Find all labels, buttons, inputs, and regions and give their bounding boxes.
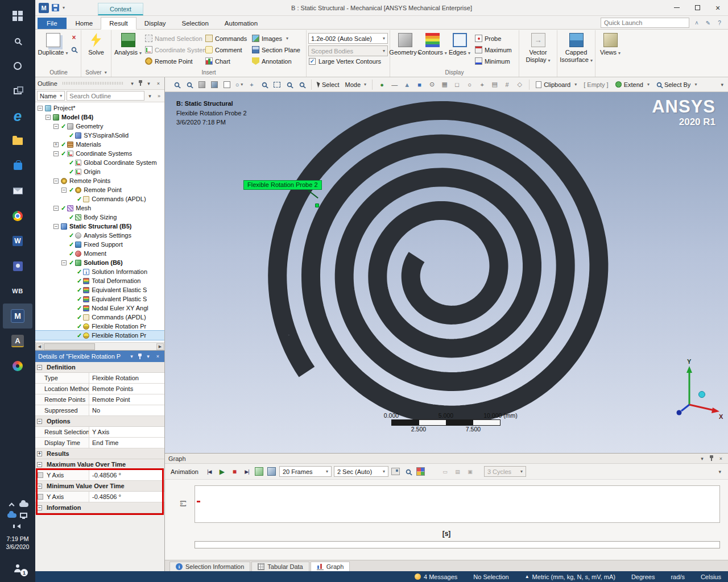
tree-item[interactable]: ✓Moment xyxy=(35,249,164,258)
scroll-left-arrow[interactable]: ◀ xyxy=(36,343,43,350)
contour-grid-icon[interactable] xyxy=(416,467,425,476)
filter-overflow-chevron[interactable]: » xyxy=(155,93,163,99)
edges-button[interactable]: Edges▾ xyxy=(446,31,473,65)
tree-item[interactable]: ✓Analysis Settings xyxy=(35,231,164,240)
help-icon[interactable]: ? xyxy=(715,20,723,26)
taskbar-app-word[interactable]: W xyxy=(3,228,32,253)
tree-item[interactable]: ✓Solution Information xyxy=(35,267,164,276)
extend-dropdown[interactable]: Extend▾ xyxy=(613,81,652,88)
show-grid-icon[interactable]: # xyxy=(501,79,513,90)
insert-commands-button[interactable]: Commands xyxy=(204,33,250,44)
solve-button[interactable]: Solve xyxy=(83,31,109,65)
tree-item[interactable]: −✓Geometry xyxy=(35,122,164,131)
tree-item[interactable]: ✓Fixed Support xyxy=(35,240,164,249)
graph-toolbar-chevron[interactable]: ▾ xyxy=(718,469,722,475)
probe-annotation-label[interactable]: Flexible Rotation Probe 2 xyxy=(243,180,322,190)
clipboard-dropdown[interactable]: Clipboard▾ xyxy=(533,81,580,88)
insert-section-plane-button[interactable]: Section Plane xyxy=(251,44,304,55)
taskbar-app-ansys-launcher[interactable]: A xyxy=(3,329,32,354)
taskbar-app-edge[interactable]: e xyxy=(3,103,32,128)
taskbar-app-start[interactable] xyxy=(3,3,32,28)
cycles-combo[interactable]: 3 Cycles▾ xyxy=(484,466,526,477)
zoom-to-fit-icon[interactable] xyxy=(271,79,283,90)
zoom-out-tool-icon[interactable] xyxy=(183,79,195,90)
delete-button[interactable]: × xyxy=(69,32,79,43)
taskbar-app-cortana[interactable] xyxy=(3,53,32,78)
details-row[interactable]: Result SelectionY Axis xyxy=(35,427,164,438)
taskbar-app-file-explorer[interactable] xyxy=(3,128,32,153)
taskbar-app-mechanical[interactable]: M xyxy=(3,304,32,329)
whats-new-icon[interactable]: ✎ xyxy=(704,20,712,26)
magnify-in-icon[interactable] xyxy=(283,79,295,90)
search-outline-input[interactable] xyxy=(67,91,144,101)
collapse-icon[interactable]: − xyxy=(37,365,42,370)
orientation-triad[interactable]: Y X xyxy=(655,358,723,422)
panel-drag-handle[interactable] xyxy=(63,82,123,85)
tree-item[interactable]: −Static Structural (B5) xyxy=(35,222,164,231)
details-row[interactable]: Y Axis-0.48506 ° xyxy=(35,470,164,481)
quick-launch-input[interactable] xyxy=(601,18,689,28)
menu-tab-home[interactable]: Home xyxy=(68,18,101,29)
tree-item[interactable]: ✓Flexible Rotation Pr xyxy=(35,322,164,331)
tree-item[interactable]: +✓Materials xyxy=(35,140,164,149)
collapse-icon[interactable]: − xyxy=(61,260,67,265)
graph-table-icon[interactable]: ▤ xyxy=(452,467,462,477)
select-node-icon[interactable]: ⊙ xyxy=(426,79,438,90)
lasso-select-icon[interactable]: ○ xyxy=(464,79,475,90)
tray-onedrive-icon[interactable] xyxy=(19,501,28,509)
app-icon[interactable]: M xyxy=(39,3,49,13)
menu-tab-result[interactable]: Result xyxy=(101,17,136,30)
minimize-button[interactable] xyxy=(667,0,687,15)
details-row[interactable]: Location MethodRemote Points xyxy=(35,384,164,394)
views-button[interactable]: Views▾ xyxy=(597,31,623,65)
select-face-icon[interactable]: ▲ xyxy=(401,79,413,90)
select-by-dropdown[interactable]: Select By▾ xyxy=(653,81,700,88)
taskbar-app-task-view[interactable] xyxy=(3,78,32,103)
extend-selection-icon[interactable]: + xyxy=(476,79,488,90)
messages-status[interactable]: 4 Messages xyxy=(415,573,457,580)
scoped-bodies-combo[interactable]: Scoped Bodies▾ xyxy=(308,45,388,56)
box-zoom-tool-icon[interactable] xyxy=(258,79,270,90)
select-vertex-icon[interactable]: ● xyxy=(376,79,388,90)
details-section-header[interactable]: −Definition xyxy=(35,362,164,373)
tree-item[interactable]: −Remote Points xyxy=(35,176,164,185)
save-icon[interactable] xyxy=(52,4,59,11)
outline-hscrollbar[interactable]: ◀ ▶ xyxy=(35,342,164,350)
frames-combo[interactable]: 20 Frames▾ xyxy=(279,466,332,477)
scroll-thumb[interactable] xyxy=(44,343,95,350)
insert-annotation-button[interactable]: Annotation xyxy=(251,56,304,66)
misc-filter-icon[interactable]: ◇ xyxy=(514,79,526,90)
distributed-frames-icon[interactable] xyxy=(267,467,276,476)
tree-item[interactable]: ✓Body Sizing xyxy=(35,213,164,222)
tree-item[interactable]: ✓Origin xyxy=(35,167,164,176)
tree-item[interactable]: −✓Solution (B6) xyxy=(35,258,164,267)
collapse-icon[interactable]: − xyxy=(53,224,59,229)
quick-access-dropdown-icon[interactable]: ▾ xyxy=(63,5,65,10)
export-video-icon[interactable] xyxy=(391,468,400,475)
show-table-icon[interactable]: ▤ xyxy=(489,79,500,90)
tree-item[interactable]: ✓Total Deformation xyxy=(35,276,164,285)
taskbar-app-search[interactable] xyxy=(3,28,32,53)
geometry-display-button[interactable]: Geometry▾ xyxy=(392,31,418,65)
graph-pan-icon[interactable]: ▭ xyxy=(440,467,450,477)
animation-stop-button[interactable]: ■ xyxy=(229,467,239,477)
insert-images-dropdown[interactable]: Images▾ xyxy=(251,33,304,44)
taskbar-app-chrome[interactable] xyxy=(3,203,32,228)
tree-item[interactable]: ✓Commands (APDL) xyxy=(35,194,164,203)
details-section-header[interactable]: −Information xyxy=(35,502,164,513)
tree-item[interactable]: ✓Flexible Rotation Pr xyxy=(35,331,164,340)
outline-menu-icon[interactable]: ▾ xyxy=(129,81,136,86)
filter-type-dropdown[interactable]: Name▾ xyxy=(37,91,65,101)
outline-float-icon[interactable]: ▾ xyxy=(145,81,152,86)
rotate-tool-icon[interactable]: ○▾ xyxy=(233,79,245,90)
tree-item[interactable]: −Project* xyxy=(35,103,164,113)
graph-menu-icon[interactable]: ▾ xyxy=(698,456,706,462)
animation-play-button[interactable]: ▶ xyxy=(217,467,227,477)
insert-comment-button[interactable]: Comment xyxy=(204,44,250,55)
large-vertex-contours-checkbox[interactable]: ✓Large Vertex Contours xyxy=(308,58,388,65)
tree-item[interactable]: −✓Remote Point xyxy=(35,185,164,194)
capped-isosurface-button[interactable]: Capped Isosurface▾ xyxy=(559,31,593,65)
tree-item[interactable]: −Model (B4) xyxy=(35,113,164,122)
tray-volume-icon[interactable] xyxy=(13,522,22,530)
insert-remote-point-button[interactable]: Remote Point xyxy=(144,56,203,66)
